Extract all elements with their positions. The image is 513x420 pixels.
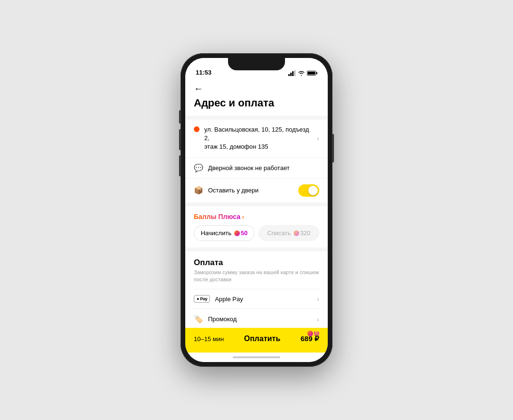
address-text: ул. Васильцовская, 10, 125, подъезд 2, э… xyxy=(204,125,314,152)
battery-icon xyxy=(307,70,317,76)
promo-left: 🏷️ Промокод xyxy=(194,315,237,324)
doorbell-text: Дверной звонок не работает xyxy=(208,164,290,172)
bottom-bar: 50 10–15 мин Оплатить 689 ₽ xyxy=(185,328,328,353)
bonus-badge-value: 50 xyxy=(314,331,319,336)
bottom-bonus-badge: 50 xyxy=(307,331,319,336)
doorbell-row: 💬 Дверной звонок не работает xyxy=(185,158,328,179)
phone-btn-vol-up xyxy=(179,129,180,150)
signal-icon xyxy=(288,70,296,76)
toggle-knob xyxy=(308,186,318,195)
accrue-bonus-button[interactable]: Начислить 50 xyxy=(194,225,255,241)
address-left: ул. Васильцовская, 10, 125, подъезд 2, э… xyxy=(194,125,314,152)
address-section: ул. Васильцовская, 10, 125, подъезд 2, э… xyxy=(185,120,328,202)
leave-at-door-toggle[interactable] xyxy=(298,184,319,197)
delivery-time: 10–15 мин xyxy=(194,335,224,343)
leave-left: 📦 Оставить у двери xyxy=(194,186,258,195)
back-button[interactable]: ← xyxy=(194,84,205,93)
address-dot-icon xyxy=(194,126,200,132)
wifi-icon xyxy=(298,70,305,76)
home-bar xyxy=(233,356,280,358)
address-row[interactable]: ул. Васильцовская, 10, 125, подъезд 2, э… xyxy=(185,120,328,158)
svg-rect-0 xyxy=(288,74,290,76)
apple-pay-label: Apple Pay xyxy=(215,296,243,303)
phone-device: 11:53 xyxy=(180,53,332,367)
phone-btn-vol-down xyxy=(179,155,180,176)
spend-coin-icon xyxy=(294,230,299,236)
pay-button[interactable]: Оплатить xyxy=(244,334,281,343)
apple-pay-row[interactable]: ● Pay Apple Pay › xyxy=(194,289,319,308)
home-indicator xyxy=(185,353,328,362)
bonus-buttons: Начислить 50 Списать 320 xyxy=(194,225,319,241)
bonus-badge-coin-icon xyxy=(307,331,313,336)
leave-at-door-row: 📦 Оставить у двери xyxy=(185,179,328,202)
phone-screen: 11:53 xyxy=(185,58,328,362)
leave-text: Оставить у двери xyxy=(208,187,258,194)
phone-btn-power xyxy=(332,134,334,162)
payment-title: Оплата xyxy=(194,258,319,267)
accrue-coin-icon xyxy=(234,230,240,236)
apple-pay-left: ● Pay Apple Pay xyxy=(194,295,243,303)
svg-rect-2 xyxy=(292,71,294,76)
payment-subtitle: Заморозим сумму заказа на вашей карте и … xyxy=(194,269,319,284)
spend-bonus-button[interactable]: Списать 320 xyxy=(258,225,319,241)
phone-notch xyxy=(228,58,285,70)
back-arrow-icon: ← xyxy=(194,84,203,93)
doorbell-icon: 💬 xyxy=(194,163,203,172)
status-icons xyxy=(288,70,317,76)
bonus-chevron-icon: › xyxy=(242,214,244,220)
svg-rect-5 xyxy=(308,72,315,75)
svg-rect-3 xyxy=(294,70,295,76)
page-title: Адрес и оплата xyxy=(194,97,319,109)
payment-section: Оплата Заморозим сумму заказа на вашей к… xyxy=(185,251,328,328)
screen-content: ← Адрес и оплата ул. Васильцовская, 10, … xyxy=(185,79,328,328)
promo-chevron-icon: › xyxy=(317,315,319,323)
address-chevron-icon: › xyxy=(317,134,319,142)
svg-rect-6 xyxy=(316,72,317,75)
apple-pay-chevron-icon: › xyxy=(317,295,319,303)
bonus-section: Баллы Плюса › Начислить 50 Списать 320 xyxy=(185,206,328,248)
bonus-title[interactable]: Баллы Плюса › xyxy=(194,213,319,220)
status-time: 11:53 xyxy=(196,69,211,76)
header-section: ← Адрес и оплата xyxy=(185,79,328,116)
leave-icon: 📦 xyxy=(194,186,203,195)
promo-row[interactable]: 🏷️ Промокод › xyxy=(194,308,319,328)
phone-btn-silent xyxy=(179,110,180,124)
svg-rect-1 xyxy=(290,73,292,76)
promo-icon: 🏷️ xyxy=(194,315,203,324)
promo-label: Промокод xyxy=(208,315,237,323)
apple-pay-icon: ● Pay xyxy=(194,295,210,303)
bonus-title-text: Баллы Плюса xyxy=(194,213,242,220)
